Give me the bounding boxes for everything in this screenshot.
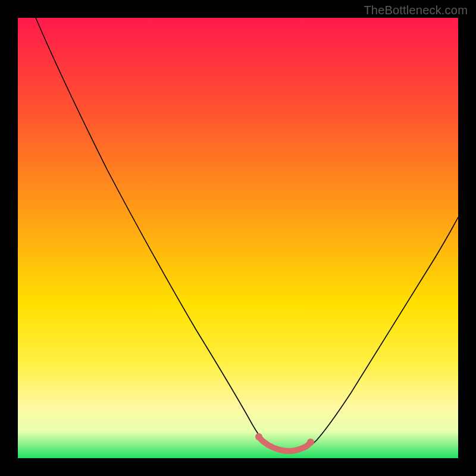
optimal-range-start-dot	[255, 433, 262, 440]
optimal-range-end-dot	[307, 439, 314, 446]
optimal-range-band	[259, 437, 311, 451]
watermark-text: TheBottleneck.com	[364, 4, 468, 17]
chart-frame: TheBottleneck.com	[0, 0, 476, 476]
bottleneck-curve	[36, 18, 458, 452]
bottleneck-curve-svg	[18, 18, 458, 458]
plot-area	[18, 18, 458, 458]
